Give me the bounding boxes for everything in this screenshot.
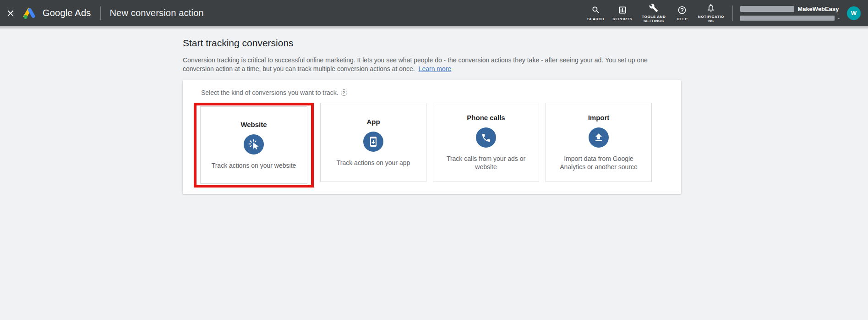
prompt-text: Select the kind of conversions you want …: [201, 89, 338, 96]
appbar-actions: SEARCH REPORTS TOOLS AND SETTINGS HELP N: [583, 0, 868, 26]
card-subtitle: Track actions on your app: [331, 159, 416, 167]
brand-title: Google Ads: [43, 8, 91, 18]
reports-icon: [618, 6, 627, 15]
page-title: New conversion action: [109, 8, 203, 18]
wrench-icon: [649, 3, 658, 12]
titlebar-divider: [100, 6, 101, 20]
redacted-account-id: [740, 16, 835, 21]
card-title: Website: [240, 121, 267, 128]
website-click-icon: [244, 134, 264, 154]
search-icon: [591, 6, 601, 15]
prompt-row: Select the kind of conversions you want …: [201, 89, 347, 96]
card-subtitle: Import data from Google Analytics or ano…: [546, 154, 651, 171]
account-row-name: MakeWebEasy: [740, 6, 840, 12]
app-phone-icon: [363, 132, 383, 152]
card-subtitle: Track actions on your website: [206, 161, 302, 170]
bell-icon: [706, 3, 715, 12]
description-line-1: Conversion tracking is critical to succe…: [183, 56, 648, 65]
close-icon: [5, 8, 16, 18]
conversion-cards-row: Website Track actions on your website: [194, 103, 652, 188]
account-id-suffix: -: [838, 15, 840, 21]
nav-label: HELP: [677, 17, 688, 21]
nav-item-help[interactable]: HELP: [671, 6, 693, 21]
help-icon: [677, 6, 687, 15]
card-website[interactable]: Website Track actions on your website: [200, 106, 307, 184]
nav-divider: [732, 6, 733, 21]
account-name: MakeWebEasy: [797, 6, 839, 12]
nav-item-search[interactable]: SEARCH: [583, 6, 608, 21]
highlight-red-frame: Website Track actions on your website: [194, 103, 314, 188]
page-description: Conversion tracking is critical to succe…: [183, 56, 648, 73]
close-button[interactable]: [0, 0, 21, 26]
nav-label: TOOLS AND SETTINGS: [640, 15, 667, 23]
card-title: Phone calls: [467, 114, 505, 121]
phone-call-icon: [476, 127, 496, 148]
app-bar: Google Ads New conversion action SEARCH …: [0, 0, 868, 26]
card-app[interactable]: App Track actions on your app: [320, 103, 426, 182]
avatar[interactable]: W: [847, 6, 861, 20]
google-ads-logo-icon: [22, 7, 37, 20]
nav-label: NOTIFICATIONS: [697, 15, 725, 23]
nav-item-tools-settings[interactable]: TOOLS AND SETTINGS: [636, 3, 671, 23]
nav-item-notifications[interactable]: NOTIFICATIONS: [693, 3, 729, 23]
card-title: Import: [588, 114, 610, 121]
card-subtitle: Track calls from your ads or website: [433, 154, 539, 171]
import-upload-icon: [589, 127, 609, 148]
nav-label: SEARCH: [587, 17, 604, 21]
redacted-account-text: [740, 6, 794, 12]
card-import[interactable]: Import Import data from Google Analytics…: [546, 103, 652, 182]
card-title: App: [366, 118, 380, 126]
account-info[interactable]: MakeWebEasy -: [740, 6, 840, 21]
account-row-id: -: [740, 15, 840, 21]
avatar-initial: W: [851, 10, 857, 17]
nav-item-reports[interactable]: REPORTS: [608, 6, 636, 21]
card-phone-calls[interactable]: Phone calls Track calls from your ads or…: [433, 103, 539, 182]
description-line-2: conversion action at a time, but you can…: [183, 65, 648, 73]
help-circle-icon[interactable]: ?: [341, 89, 347, 96]
page-heading: Start tracking conversions: [183, 38, 294, 49]
conversion-type-panel: Select the kind of conversions you want …: [183, 80, 681, 194]
nav-label: REPORTS: [612, 17, 632, 21]
learn-more-link[interactable]: Learn more: [419, 65, 452, 72]
appbar-shadow: [0, 26, 868, 30]
